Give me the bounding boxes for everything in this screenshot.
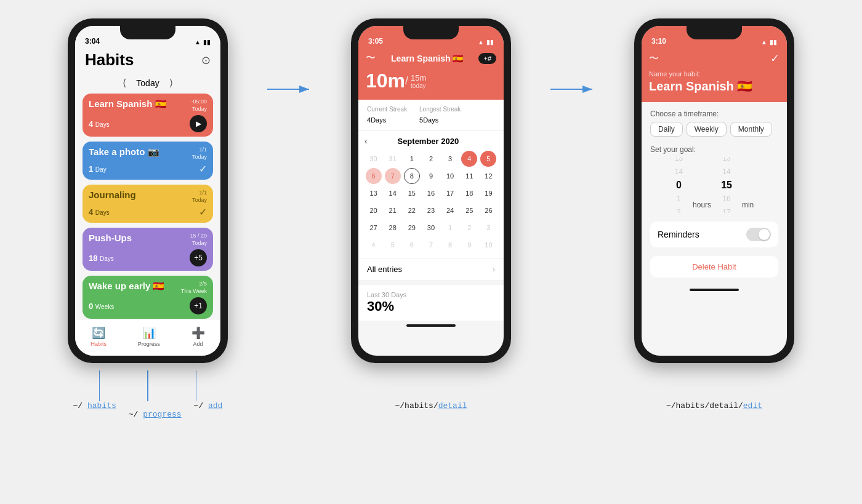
cal-cell: 1: [404, 151, 420, 167]
cal-cell: 9: [461, 237, 477, 253]
cal-cell: 3: [480, 220, 496, 236]
edit-header: 〜 ✓ Name your habit: Learn Spanish 🇪🇸: [642, 48, 787, 102]
habit-card-learn-spanish[interactable]: Learn Spanish 🇪🇸 -05:00 Today 4 Days ▶: [83, 94, 213, 137]
nav-habits[interactable]: 🔄 Habits: [91, 326, 107, 347]
cal-cell: 3: [442, 151, 458, 167]
habit-card-journaling[interactable]: Journaling 1/1 Today 4 Days ✓: [83, 185, 213, 223]
longest-streak-label: Longest Streak: [419, 106, 461, 113]
timeframe-section: Choose a timeframe: Daily Weekly Monthly: [650, 110, 778, 137]
cal-cell: 26: [480, 202, 496, 218]
cal-cell: 2: [423, 151, 439, 167]
detail-header: 〜 Learn Spanish 🇪🇸 +# 10m / 15m today: [358, 48, 504, 100]
route-progress-link[interactable]: progress: [143, 410, 181, 419]
last30-label: Last 30 Days: [367, 291, 495, 298]
habits-list: Learn Spanish 🇪🇸 -05:00 Today 4 Days ▶: [75, 94, 220, 319]
time-2: 3:05: [368, 37, 383, 46]
habit-streak-journaling: 4 Days: [89, 207, 110, 217]
habit-name-take-photo: Take a photo 📷: [89, 146, 159, 158]
progress-nav-icon: 📊: [142, 326, 156, 340]
battery-icon-2: ▮▮: [486, 39, 494, 46]
habit-card-take-photo[interactable]: Take a photo 📷 1/1 Today 1 Day ✓: [83, 142, 213, 180]
streak-row: Current Streak 4Days Longest Streak 5Day…: [358, 100, 504, 131]
notch3: [687, 26, 742, 39]
reminders-toggle[interactable]: [746, 228, 771, 241]
arrow-svg-1: [265, 80, 314, 98]
cal-cell-7: 7: [385, 168, 401, 184]
delete-habit-btn[interactable]: Delete Habit: [650, 256, 778, 278]
checkmark-btn[interactable]: ✓: [770, 52, 779, 65]
picker-hours: 13 14 0 1 2: [675, 158, 683, 213]
cal-cell: 18: [461, 185, 477, 201]
nav-progress[interactable]: 📊 Progress: [138, 326, 160, 347]
add-nav-icon: ➕: [191, 326, 205, 340]
cal-cell: 10: [442, 168, 458, 184]
cal-cell: 23: [423, 202, 439, 218]
habit-action-learn-spanish[interactable]: ▶: [190, 115, 207, 132]
reminders-label: Reminders: [658, 230, 699, 239]
current-streak: Current Streak 4Days: [367, 106, 407, 126]
route-progress-label: ~/ progress: [129, 410, 182, 419]
habits-header: Habits ⊙: [75, 48, 220, 74]
cal-cell: 25: [461, 202, 477, 218]
route-habits-link[interactable]: habits: [87, 401, 116, 410]
timeframe-monthly[interactable]: Monthly: [730, 122, 772, 137]
habits-title: Habits: [85, 50, 134, 70]
calendar-grid: 30 31 1 2 3 4 5 6 7 8 9 10 11 1: [365, 151, 497, 253]
time-3: 3:10: [651, 37, 666, 46]
arrow-1-2: [265, 80, 314, 98]
habit-meta-wake-up: 2/5 This Week: [181, 281, 207, 295]
cal-cell: 17: [442, 185, 458, 201]
time-1: 3:04: [85, 37, 100, 46]
route-edit-label: ~/habits/detail/edit: [666, 401, 762, 410]
bottom-nav: 🔄 Habits 📊 Progress ➕ Add: [75, 319, 220, 356]
cal-prev[interactable]: ‹: [365, 136, 368, 146]
edit-btn-2[interactable]: +#: [478, 53, 496, 64]
nav-add[interactable]: ➕ Add: [191, 326, 205, 347]
habit-action-pushups[interactable]: +5: [190, 249, 207, 266]
cal-cell: 27: [366, 220, 382, 236]
cal-cell: 15: [404, 185, 420, 201]
cal-cell-5: 5: [480, 151, 496, 167]
habit-meta-learn-spanish: -05:00 Today: [191, 98, 207, 113]
phone3: 3:10 ▲ ▮▮ 〜 ✓ Name your habit: Learn Spa…: [634, 18, 794, 363]
arrow-svg-2: [548, 80, 597, 98]
route-detail-link[interactable]: detail: [438, 401, 467, 410]
habit-meta-take-photo: 1/1 Today: [192, 146, 207, 161]
habits-nav-label: Habits: [91, 341, 107, 347]
habit-meta-journaling: 1/1 Today: [192, 190, 207, 204]
progress-nav-label: Progress: [138, 341, 160, 347]
all-entries-row[interactable]: All entries ›: [358, 258, 504, 280]
home-indicator-3: [690, 289, 739, 291]
timeframe-weekly[interactable]: Weekly: [687, 122, 727, 137]
route-add-link[interactable]: add: [208, 401, 222, 410]
habit-card-pushups[interactable]: Push-Ups 15 / 20 Today 18 Days +5: [83, 228, 213, 271]
habit-streak-take-photo: 1 Day: [89, 164, 107, 174]
back-btn-3[interactable]: 〜: [649, 52, 659, 65]
home-indicator-2: [406, 324, 456, 327]
all-entries-label: All entries: [367, 265, 402, 274]
longest-streak-value: 5Days: [419, 113, 461, 126]
settings-icon[interactable]: ⊙: [201, 54, 211, 67]
edit-body: Choose a timeframe: Daily Weekly Monthly…: [642, 102, 787, 285]
habit-action-wake-up[interactable]: +1: [190, 297, 207, 314]
wifi-icon-2: ▲: [478, 39, 484, 46]
reminders-row: Reminders: [650, 222, 778, 247]
timeframe-daily[interactable]: Daily: [650, 122, 683, 137]
arrow-2-3: [548, 80, 597, 98]
route-edit-link[interactable]: edit: [743, 401, 762, 410]
cal-cell: 10: [480, 237, 496, 253]
habit-meta-pushups: 15 / 20 Today: [190, 233, 207, 247]
status-icons-3: ▲ ▮▮: [761, 39, 777, 46]
picker-min-label: min: [742, 201, 754, 209]
cal-cell: 4: [366, 237, 382, 253]
calendar-section: ‹ September 2020 30 31 1 2 3 4 5: [358, 131, 504, 258]
picker-minutes: 13 14 15 16 17: [721, 158, 732, 213]
prev-date-btn[interactable]: ⟨: [123, 77, 126, 89]
next-date-btn[interactable]: ⟩: [169, 77, 173, 89]
habit-card-wake-up[interactable]: Wake up early 🇪🇸 2/5 This Week 0 Weeks +…: [83, 276, 213, 319]
cal-cell: 7: [423, 237, 439, 253]
cal-cell: 22: [404, 202, 420, 218]
cal-cell: 21: [385, 202, 401, 218]
back-btn-2[interactable]: 〜: [366, 52, 376, 65]
date-nav: ⟨ Today ⟩: [75, 74, 220, 94]
